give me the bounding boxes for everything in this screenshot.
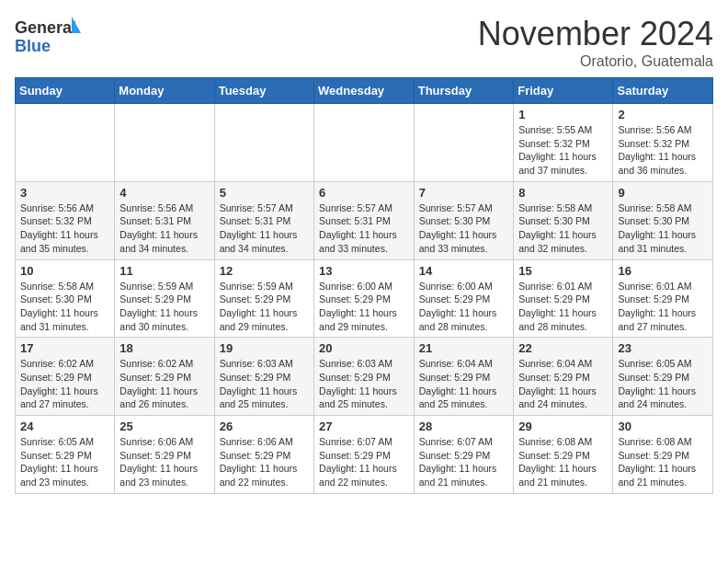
day-number: 29 (518, 419, 608, 433)
weekday-header: Wednesday (314, 78, 415, 104)
day-info: Sunrise: 6:02 AM Sunset: 5:29 PM Dayligh… (20, 357, 109, 411)
calendar-cell (214, 104, 313, 182)
logo-svg: GeneralBlue (15, 15, 88, 55)
day-info: Sunrise: 5:59 AM Sunset: 5:29 PM Dayligh… (220, 280, 309, 334)
day-info: Sunrise: 5:57 AM Sunset: 5:30 PM Dayligh… (419, 201, 508, 256)
day-info: Sunrise: 6:05 AM Sunset: 5:29 PM Dayligh… (618, 357, 708, 411)
day-info: Sunrise: 5:57 AM Sunset: 5:31 PM Dayligh… (220, 201, 309, 256)
day-info: Sunrise: 5:55 AM Sunset: 5:32 PM Dayligh… (518, 123, 608, 178)
day-info: Sunrise: 6:06 AM Sunset: 5:29 PM Dayligh… (119, 435, 209, 489)
calendar-cell: 30Sunrise: 6:08 AM Sunset: 5:29 PM Dayli… (613, 416, 713, 494)
day-number: 13 (319, 264, 409, 278)
calendar-cell: 19Sunrise: 6:03 AM Sunset: 5:29 PM Dayli… (214, 338, 313, 416)
calendar-cell: 21Sunrise: 6:04 AM Sunset: 5:29 PM Dayli… (414, 338, 513, 416)
calendar-week-row: 3Sunrise: 5:56 AM Sunset: 5:32 PM Daylig… (16, 181, 713, 259)
day-number: 19 (220, 341, 309, 355)
calendar-cell: 8Sunrise: 5:58 AM Sunset: 5:30 PM Daylig… (514, 181, 613, 259)
svg-text:General: General (15, 18, 76, 37)
day-number: 24 (20, 419, 109, 433)
day-info: Sunrise: 6:08 AM Sunset: 5:29 PM Dayligh… (618, 435, 708, 489)
day-number: 30 (618, 419, 708, 433)
day-info: Sunrise: 6:08 AM Sunset: 5:29 PM Dayligh… (518, 435, 608, 489)
calendar-cell: 26Sunrise: 6:06 AM Sunset: 5:29 PM Dayli… (214, 416, 313, 494)
calendar-cell: 2Sunrise: 5:56 AM Sunset: 5:32 PM Daylig… (613, 104, 713, 182)
day-number: 5 (220, 186, 309, 200)
page-header: GeneralBlue November 2024 Oratorio, Guat… (15, 15, 713, 70)
day-info: Sunrise: 5:56 AM Sunset: 5:32 PM Dayligh… (20, 201, 109, 256)
day-info: Sunrise: 6:07 AM Sunset: 5:29 PM Dayligh… (419, 435, 508, 489)
day-info: Sunrise: 6:02 AM Sunset: 5:29 PM Dayligh… (119, 357, 209, 411)
day-number: 18 (119, 341, 209, 355)
day-number: 12 (220, 264, 309, 278)
calendar-cell: 4Sunrise: 5:56 AM Sunset: 5:31 PM Daylig… (115, 181, 214, 259)
day-number: 26 (220, 419, 309, 433)
calendar-cell: 1Sunrise: 5:55 AM Sunset: 5:32 PM Daylig… (514, 104, 613, 182)
calendar-cell: 17Sunrise: 6:02 AM Sunset: 5:29 PM Dayli… (16, 338, 115, 416)
calendar-cell: 20Sunrise: 6:03 AM Sunset: 5:29 PM Dayli… (314, 338, 415, 416)
day-number: 21 (419, 341, 508, 355)
day-number: 25 (119, 419, 209, 433)
day-info: Sunrise: 6:03 AM Sunset: 5:29 PM Dayligh… (220, 357, 309, 411)
weekday-header: Monday (115, 78, 214, 104)
day-number: 17 (20, 341, 109, 355)
day-number: 16 (618, 264, 708, 278)
svg-text:Blue: Blue (15, 37, 51, 55)
day-number: 27 (319, 419, 409, 433)
calendar-cell: 16Sunrise: 6:01 AM Sunset: 5:29 PM Dayli… (613, 259, 713, 338)
calendar-cell: 24Sunrise: 6:05 AM Sunset: 5:29 PM Dayli… (16, 416, 115, 494)
day-info: Sunrise: 6:00 AM Sunset: 5:29 PM Dayligh… (419, 280, 508, 334)
day-number: 22 (518, 341, 608, 355)
day-info: Sunrise: 5:59 AM Sunset: 5:29 PM Dayligh… (119, 280, 209, 334)
day-info: Sunrise: 6:00 AM Sunset: 5:29 PM Dayligh… (319, 280, 409, 334)
calendar-cell (115, 104, 214, 182)
calendar-cell: 5Sunrise: 5:57 AM Sunset: 5:31 PM Daylig… (214, 181, 313, 259)
day-info: Sunrise: 6:05 AM Sunset: 5:29 PM Dayligh… (20, 435, 109, 489)
day-info: Sunrise: 6:04 AM Sunset: 5:29 PM Dayligh… (518, 357, 608, 411)
calendar-cell: 13Sunrise: 6:00 AM Sunset: 5:29 PM Dayli… (314, 259, 415, 338)
day-number: 8 (518, 186, 608, 200)
calendar-table: SundayMondayTuesdayWednesdayThursdayFrid… (15, 77, 713, 494)
logo: GeneralBlue (15, 15, 88, 55)
calendar-week-row: 1Sunrise: 5:55 AM Sunset: 5:32 PM Daylig… (16, 104, 713, 182)
calendar-cell: 9Sunrise: 5:58 AM Sunset: 5:30 PM Daylig… (613, 181, 713, 259)
day-number: 4 (119, 186, 209, 200)
day-info: Sunrise: 5:58 AM Sunset: 5:30 PM Dayligh… (20, 280, 109, 334)
title-block: November 2024 Oratorio, Guatemala (478, 15, 713, 70)
day-number: 28 (419, 419, 508, 433)
calendar-cell (16, 104, 115, 182)
day-number: 14 (419, 264, 508, 278)
calendar-cell: 11Sunrise: 5:59 AM Sunset: 5:29 PM Dayli… (115, 259, 214, 338)
calendar-cell: 29Sunrise: 6:08 AM Sunset: 5:29 PM Dayli… (514, 416, 613, 494)
day-number: 20 (319, 341, 409, 355)
weekday-header: Sunday (16, 78, 115, 104)
day-number: 15 (518, 264, 608, 278)
day-info: Sunrise: 5:58 AM Sunset: 5:30 PM Dayligh… (518, 201, 608, 256)
calendar-cell: 15Sunrise: 6:01 AM Sunset: 5:29 PM Dayli… (514, 259, 613, 338)
day-number: 3 (20, 186, 109, 200)
weekday-header: Thursday (414, 78, 513, 104)
weekday-header: Friday (514, 78, 613, 104)
day-info: Sunrise: 5:56 AM Sunset: 5:32 PM Dayligh… (618, 123, 708, 178)
day-info: Sunrise: 6:07 AM Sunset: 5:29 PM Dayligh… (319, 435, 409, 489)
calendar-cell: 25Sunrise: 6:06 AM Sunset: 5:29 PM Dayli… (115, 416, 214, 494)
month-title: November 2024 (478, 15, 713, 53)
calendar-cell: 3Sunrise: 5:56 AM Sunset: 5:32 PM Daylig… (16, 181, 115, 259)
calendar-cell: 10Sunrise: 5:58 AM Sunset: 5:30 PM Dayli… (16, 259, 115, 338)
day-number: 2 (618, 108, 708, 121)
calendar-header-row: SundayMondayTuesdayWednesdayThursdayFrid… (16, 78, 713, 104)
calendar-cell: 23Sunrise: 6:05 AM Sunset: 5:29 PM Dayli… (613, 338, 713, 416)
day-info: Sunrise: 6:01 AM Sunset: 5:29 PM Dayligh… (618, 280, 708, 334)
calendar-cell: 6Sunrise: 5:57 AM Sunset: 5:31 PM Daylig… (314, 181, 415, 259)
calendar-cell: 7Sunrise: 5:57 AM Sunset: 5:30 PM Daylig… (414, 181, 513, 259)
day-info: Sunrise: 6:03 AM Sunset: 5:29 PM Dayligh… (319, 357, 409, 411)
calendar-week-row: 10Sunrise: 5:58 AM Sunset: 5:30 PM Dayli… (16, 259, 713, 338)
calendar-cell: 12Sunrise: 5:59 AM Sunset: 5:29 PM Dayli… (214, 259, 313, 338)
calendar-cell (314, 104, 415, 182)
day-number: 7 (419, 186, 508, 200)
day-info: Sunrise: 5:58 AM Sunset: 5:30 PM Dayligh… (618, 201, 708, 256)
calendar-cell: 28Sunrise: 6:07 AM Sunset: 5:29 PM Dayli… (414, 416, 513, 494)
day-number: 10 (20, 264, 109, 278)
day-number: 11 (119, 264, 209, 278)
calendar-cell: 14Sunrise: 6:00 AM Sunset: 5:29 PM Dayli… (414, 259, 513, 338)
weekday-header: Saturday (613, 78, 713, 104)
